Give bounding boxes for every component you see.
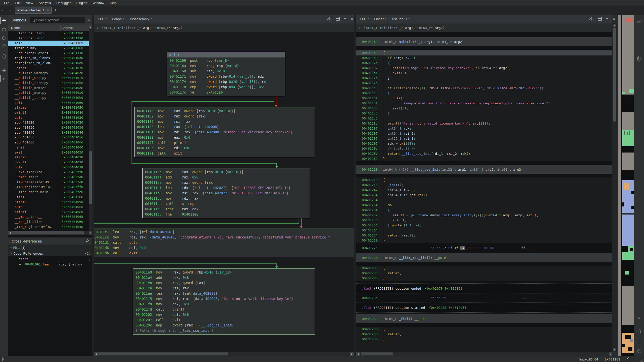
symbol-row--start[interactable]: _start0x000401070: [8, 66, 89, 71]
graph-block-4[interactable]: 004011e0 mov rax, qword [rbp-0x10 {var_1…: [133, 268, 315, 335]
disasm-line[interactable]: 00401197 call printf: [137, 140, 312, 145]
symbol-row-puts[interactable]: puts0x000401030: [8, 115, 89, 120]
scroll-thumb[interactable]: [361, 352, 393, 355]
disasm-line[interactable]: 004011b1 lea rdx, [rel data_402027] {"KS…: [145, 185, 307, 191]
menu-item-edit[interactable]: Edit: [12, 1, 23, 5]
disasm-line[interactable]: 0040118f mov rdi, rax {data_402008, "Usa…: [137, 130, 312, 135]
function-header-bar[interactable]: 00401169int64_t main(int32_t arg1, int64…: [356, 37, 612, 46]
menu-item-plugins[interactable]: Plugins: [74, 1, 90, 5]
scroll-thumb[interactable]: [613, 28, 616, 122]
scroll-thumb[interactable]: [98, 352, 228, 355]
pseudo-c-line[interactable]: 004011d1puts(": [356, 96, 612, 101]
scroll-right-icon[interactable]: ▶: [89, 231, 92, 235]
disasm-line[interactable]: 004011a1 call exit: [137, 151, 312, 156]
scroll-up-icon[interactable]: ▲: [89, 25, 92, 29]
pseudo-c-line[interactable]: 00401274return result;: [356, 233, 612, 238]
symbols-column-header[interactable]: Name Address: [8, 25, 89, 31]
split-view-icon[interactable]: [598, 17, 602, 21]
pseudo-c-line[interactable]: 00401288{: [356, 327, 612, 332]
graph-block-0[interactable]: main:00401169 push rbp {var_8}0040116a m…: [167, 52, 285, 96]
symbol-row-sub-401036[interactable]: sub_4010360x000401036: [8, 125, 89, 130]
pseudo-c-line[interactable]: 00401197printf("Usage : %s <license key …: [356, 66, 612, 71]
disasm-line[interactable]: 004011e0 mov rax, qword [rbp-0x10 {var_1…: [136, 270, 312, 275]
menu-item-file[interactable]: File: [2, 1, 12, 5]
pseudo-c-line[interactable]: 0040117c{: [356, 61, 612, 66]
symbol-row-sub-401056[interactable]: sub_4010560x000401056: [8, 135, 89, 140]
symbol-row--itm-registertmclo-[interactable]: _ITM_registerTMClo…0x000404058: [8, 224, 89, 229]
xrefs-filter-row[interactable]: ▸ Filter (1): [8, 245, 95, 251]
symbol-row-exit[interactable]: exit0x000401060: [8, 100, 89, 105]
pseudo-c-line[interactable]: 00401288}: [356, 337, 612, 342]
symbol-row--cxa-finalize[interactable]: __cxa_finalize0x000404060: [8, 219, 89, 224]
disasm-line[interactable]: 00401188 lea rax, [rel data_402008]: [137, 124, 312, 130]
symbol-row-printf[interactable]: printf0x000404080: [8, 209, 89, 215]
pseudo-c-line[interactable]: 00401169if (arg1 != 2): [356, 55, 612, 61]
linear-function-breadcrumb[interactable]: ↻ int64_t main(int32_t arg1, int64_t* ar…: [356, 23, 612, 32]
symbol-row--do-global-dtors-[interactable]: __do_global_dtors_…0x000401110: [8, 51, 89, 56]
pseudo-c-line[interactable]: 00401264: [356, 198, 612, 203]
disasm-line[interactable]: 004011b8 mov rsi, rdx {data_402027, "KS-…: [145, 191, 307, 196]
menu-item-analysis[interactable]: Analysis: [36, 1, 53, 5]
column-name[interactable]: Name: [11, 26, 20, 30]
disasm-line[interactable]: 0040120c nop dword [rax] {__libc_csu_ini…: [136, 323, 312, 328]
disasm-line[interactable]: 00401182 mov rax, qword [rax]: [137, 114, 312, 119]
symbol-row--builtin-wcscpy[interactable]: __builtin_wcscpy0x0004040c0: [8, 75, 89, 80]
symbol-row-strcmp[interactable]: strcmp0x000401050: [8, 105, 89, 110]
pin-icon[interactable]: [84, 238, 89, 244]
pseudo-c-line[interactable]: 004011c5{: [356, 91, 612, 96]
pane-menu-icon[interactable]: ≡: [606, 17, 608, 21]
pseudo-c-line[interactable]: 0040120creturn __libc_csu_init(rdi_1, rs…: [356, 151, 612, 156]
graph-block-1[interactable]: 0040117e mov rax, qword [rbp-0x10 {var_1…: [134, 107, 315, 157]
feature-map[interactable]: [618, 15, 634, 362]
types-icon[interactable]: {T}: [0, 26, 8, 33]
pseudo-c-line[interactable]: 004011c5if (!strcmp(arg2[1], "KS-LICENSE…: [356, 86, 612, 91]
pseudo-c-line[interactable]: 00401207int64_t rdx;: [356, 126, 612, 131]
disasm-line[interactable]: 00401185 mov rsi, rax: [137, 119, 312, 124]
scroll-thumb[interactable]: [12, 231, 84, 234]
disasm-line[interactable]: 004011ce mov rdi, rax {data_402048, "Con…: [94, 235, 354, 240]
feature-map-strip[interactable]: [618, 15, 621, 356]
pseudo-c-line[interactable]: 00401207rdx = exit(0);: [356, 141, 612, 146]
disasm-line[interactable]: 00401178 cmp dword [rbp-0x4 {var_c}], 0x…: [170, 84, 282, 90]
symbol-row--builtin-strcpy[interactable]: __builtin_strcpy0x0004040b0: [8, 95, 89, 100]
pseudo-c-line[interactable]: 00401169{: [356, 50, 612, 55]
function-variables-icon[interactable]: (x): [634, 18, 644, 25]
pseudo-c-line[interactable]: 00401207int64_t rsi_2;: [356, 131, 612, 136]
symbol-row-deregister-tm-clon-[interactable]: deregister_tm_clon…0x0004010a0: [8, 61, 89, 66]
tab-license-checker-1[interactable]: license_checker_1 ×: [15, 7, 52, 14]
symbol-row--builtin-wmemcpy[interactable]: __builtin_wmemcpy0x0004040c8: [8, 71, 89, 76]
disasm-line[interactable]: 0040116d sub rsp, 0x10: [170, 69, 282, 74]
disasm-line[interactable]: 004011eb mov rsi, rax: [136, 286, 312, 291]
more-icon[interactable]: ⋯: [0, 92, 8, 99]
hex-bytes-line[interactable]: 0040127566 66 2e-0f 1f 84 00 00 00 00 00…: [356, 245, 612, 251]
pseudo-c-line[interactable]: 00401264int64_t (* result)();: [356, 193, 612, 198]
scroll-right-icon[interactable]: ▶: [609, 352, 612, 356]
disasm-line[interactable]: 00401207 call exit: [136, 317, 312, 323]
pseudo-c-line[interactable]: 00401207int32_t rdi_1;: [356, 136, 612, 141]
pseudo-c-line[interactable]: 00401264: [356, 228, 612, 233]
view-mode-elf[interactable]: ELF▾: [360, 17, 369, 21]
panel-divider[interactable]: [354, 15, 356, 356]
symbol-row--itm-registertmclo-[interactable]: _ITM_registerTMClo…0x000403ff0: [8, 185, 89, 190]
symbol-row-exit[interactable]: exit0x000404030: [8, 150, 89, 155]
symbol-row-register-tm-clones[interactable]: register_tm_clones0x0004010d0: [8, 55, 89, 61]
pseudo-c-line[interactable]: 004011c5: [356, 116, 612, 121]
symbol-row-puts[interactable]: puts0x000404018: [8, 165, 89, 170]
symbol-row-sub-401046[interactable]: sub_4010460x000401046: [8, 130, 89, 135]
graph-block-2[interactable]: 004011a6 mov rax, qword [rbp-0x10 {var_1…: [142, 168, 310, 218]
search-icon[interactable]: [634, 327, 644, 334]
graph-block-3[interactable]: 004011c7 lea rax, [rel data_402048]00401…: [94, 228, 354, 257]
nav-back-icon[interactable]: ←: [0, 8, 7, 12]
menu-item-window[interactable]: Window: [90, 1, 107, 5]
symbol-row-printf[interactable]: printf0x000404020: [8, 160, 89, 165]
symbol-row-sub-401020[interactable]: sub_4010200x000401020: [8, 120, 89, 125]
disasm-line[interactable]: 004011db call exit: [94, 251, 354, 256]
symbol-row--cxa-finalize[interactable]: __cxa_finalize0x000403ff8: [8, 170, 89, 175]
linear-vscrollbar[interactable]: ▲ ▼: [612, 23, 617, 352]
pseudo-c-line[interactable]: 00401280return;: [356, 271, 612, 276]
symbols-hscrollbar[interactable]: ◀ ▶: [8, 231, 92, 235]
pseudo-c-line[interactable]: 00401259result = (&__frame_dummy_init_ar…: [356, 213, 612, 218]
symbol-row--libc-start-main[interactable]: __libc_start_main0x000403fe0: [8, 190, 89, 195]
disasm-line[interactable]: 004011ee lea rax, [rel data_402098]: [136, 291, 312, 296]
symbol-row--builtin-memcpy[interactable]: __builtin_memcpy0x0004040a0: [8, 90, 89, 95]
